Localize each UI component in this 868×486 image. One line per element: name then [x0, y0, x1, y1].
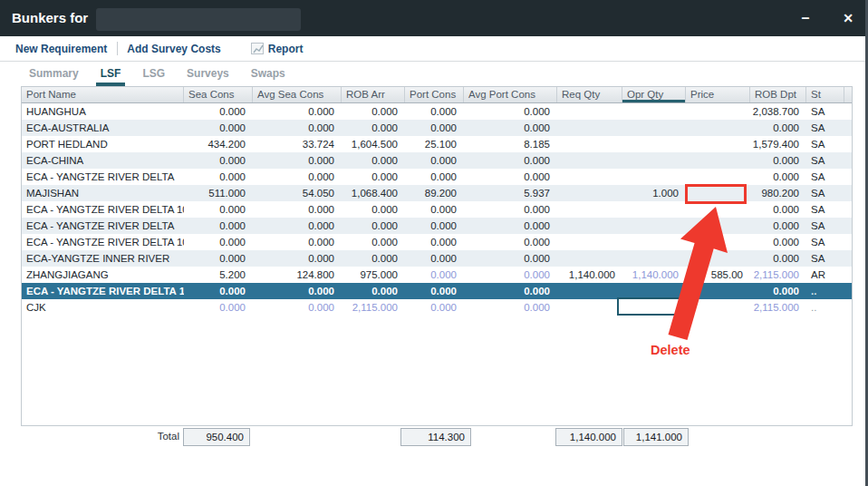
table-row-zhangjiagang[interactable]: ZHANGJIAGANG5.200124.800975.0000.0000.00… — [22, 267, 852, 283]
report-button-label: Report — [268, 43, 304, 55]
cell-rob-arr: 0.000 — [342, 120, 405, 136]
cell-sea-cons: 0.000 — [184, 152, 253, 169]
cell-opr-qty — [622, 234, 686, 250]
cell-sea-cons: 0.000 — [184, 250, 253, 267]
cell-sea-cons: 511.000 — [184, 185, 253, 201]
column-header-rob-dpt[interactable]: ROB Dpt — [750, 87, 806, 102]
table-row-eca-china[interactable]: ECA-CHINA0.0000.0000.0000.0000.0000.000S… — [22, 152, 852, 169]
table-row-eca-yangtze-inner-river[interactable]: ECA-YANGTZE INNER RIVER0.0000.0000.0000.… — [22, 250, 852, 267]
tab-bar: SummaryLSFLSGSurveysSwaps — [0, 62, 865, 86]
total-req-qty: 1,140.000 — [555, 428, 622, 446]
cell-req-qty — [557, 218, 622, 234]
table-row-eca-yangtze-river-delta-100[interactable]: ECA - YANGTZE RIVER DELTA 1000.0000.0000… — [22, 283, 852, 299]
cell-st: SA — [806, 169, 844, 185]
cell-avg-sea-cons: 54.050 — [253, 185, 342, 201]
table-row-eca-yangtze-river-delta[interactable]: ECA - YANGTZE RIVER DELTA0.0000.0000.000… — [22, 169, 852, 185]
cell-st: SA — [806, 234, 844, 250]
toolbar-divider — [117, 42, 118, 55]
cell-port-name: ECA - YANGTZE RIVER DELTA 100 — [22, 283, 184, 299]
column-header-st[interactable]: St — [806, 87, 844, 102]
cell-sea-cons: 5.200 — [184, 267, 253, 283]
cell-avg-port-cons: 0.000 — [464, 234, 557, 250]
cell-rob-arr: 0.000 — [342, 201, 405, 218]
cell-port-cons: 25.100 — [405, 136, 464, 152]
column-header-req-qty[interactable]: Req Qty — [557, 87, 622, 102]
table-row-port-hedland[interactable]: PORT HEDLAND434.20033.7241,604.50025.100… — [22, 136, 852, 152]
new-requirement-button[interactable]: New Requirement — [15, 43, 107, 55]
cell-port-name: ECA - YANGTZE RIVER DELTA 100 — [22, 234, 184, 250]
cell-price — [686, 152, 750, 169]
bunker-table: Port NameSea ConsAvg Sea ConsROB ArrPort… — [21, 86, 853, 426]
cell-rob-dpt: 2,115.000 — [750, 267, 806, 283]
report-button[interactable]: Report — [251, 43, 304, 55]
column-header-opr-qty[interactable]: Opr Qty — [622, 87, 686, 102]
cell-st: SA — [806, 201, 844, 218]
tab-summary[interactable]: Summary — [24, 67, 83, 86]
cell-rob-arr: 0.000 — [342, 152, 405, 169]
cell-price — [686, 169, 750, 185]
table-row-eca-australia[interactable]: ECA-AUSTRALIA0.0000.0000.0000.0000.0000.… — [22, 120, 852, 136]
delete-annotation-label: Delete — [651, 343, 690, 357]
cell-req-qty — [557, 103, 622, 120]
table-row-eca-yangtze-river-delta[interactable]: ECA - YANGTZE RIVER DELTA0.0000.0000.000… — [22, 218, 852, 234]
minimize-button[interactable]: – — [794, 7, 817, 29]
tab-surveys[interactable]: Surveys — [182, 67, 234, 86]
table-row-eca-yangtze-river-delta-100[interactable]: ECA - YANGTZE RIVER DELTA 1000.0000.0000… — [22, 234, 852, 250]
cell-avg-port-cons: 0.000 — [464, 120, 557, 136]
table-row-huanghua[interactable]: HUANGHUA0.0000.0000.0000.0000.0002,038.7… — [22, 103, 852, 120]
column-header-avg-sea-cons[interactable]: Avg Sea Cons — [253, 87, 342, 102]
table-body: HUANGHUA0.0000.0000.0000.0000.0002,038.7… — [22, 103, 852, 316]
cell-port-name: CJK — [22, 299, 184, 316]
cell-rob-dpt: 0.000 — [750, 234, 806, 250]
column-header-rob-arr[interactable]: ROB Arr — [342, 87, 405, 102]
cell-port-cons: 0.000 — [405, 267, 464, 283]
cell-avg-port-cons: 0.000 — [464, 267, 557, 283]
cell-opr-qty — [622, 169, 686, 185]
cell-rob-dpt: 0.000 — [750, 250, 806, 267]
cell-st: AR — [806, 267, 844, 283]
cell-req-qty — [557, 201, 622, 218]
cell-rob-dpt: 0.000 — [750, 152, 806, 169]
cell-port-cons: 0.000 — [405, 169, 464, 185]
cell-rob-dpt: 0.000 — [750, 283, 806, 299]
cell-avg-sea-cons: 0.000 — [253, 169, 342, 185]
cell-price — [686, 103, 750, 120]
column-header-port-cons[interactable]: Port Cons — [405, 87, 464, 102]
tab-lsf[interactable]: LSF — [96, 67, 126, 86]
tab-lsg[interactable]: LSG — [138, 67, 169, 86]
price-cell-highlight — [685, 184, 747, 204]
column-header-sea-cons[interactable]: Sea Cons — [184, 87, 253, 102]
cell-req-qty — [557, 185, 622, 201]
tab-swaps[interactable]: Swaps — [246, 67, 290, 86]
column-header-port-name[interactable]: Port Name — [22, 87, 184, 102]
title-bar: Bunkers for – ✕ — [0, 0, 868, 36]
table-row-cjk[interactable]: CJK0.0000.0002,115.0000.0000.0002,115.00… — [22, 299, 852, 316]
cell-sea-cons: 0.000 — [184, 234, 253, 250]
cell-req-qty — [557, 250, 622, 267]
cell-avg-sea-cons: 0.000 — [253, 120, 342, 136]
cell-rob-arr: 0.000 — [342, 250, 405, 267]
opr-qty-edit-cell[interactable] — [617, 297, 689, 316]
cell-opr-qty: 1,140.000 — [622, 267, 686, 283]
cell-port-name: ECA-YANGTZE INNER RIVER — [22, 250, 184, 267]
cell-port-name: ECA-CHINA — [22, 152, 184, 169]
cell-st: SA — [806, 136, 844, 152]
total-sea-cons: 950.400 — [183, 428, 250, 446]
column-header-avg-port-cons[interactable]: Avg Port Cons — [464, 87, 557, 102]
add-survey-costs-button[interactable]: Add Survey Costs — [127, 43, 220, 55]
cell-sea-cons: 0.000 — [184, 103, 253, 120]
close-button[interactable]: ✕ — [836, 7, 860, 29]
cell-price — [686, 250, 750, 267]
cell-rob-arr: 975.000 — [342, 267, 405, 283]
cell-port-cons: 0.000 — [405, 218, 464, 234]
cell-avg-port-cons: 0.000 — [464, 103, 557, 120]
cell-avg-port-cons: 5.937 — [464, 185, 557, 201]
cell-rob-arr: 0.000 — [342, 103, 405, 120]
cell-port-name: ECA - YANGTZE RIVER DELTA 100 — [22, 201, 184, 218]
cell-avg-port-cons: 0.000 — [464, 250, 557, 267]
cell-req-qty — [557, 283, 622, 299]
column-header-price[interactable]: Price — [686, 87, 750, 102]
cell-rob-dpt: 2,115.000 — [750, 299, 806, 316]
cell-opr-qty — [622, 136, 686, 152]
cell-port-name: PORT HEDLAND — [22, 136, 184, 152]
